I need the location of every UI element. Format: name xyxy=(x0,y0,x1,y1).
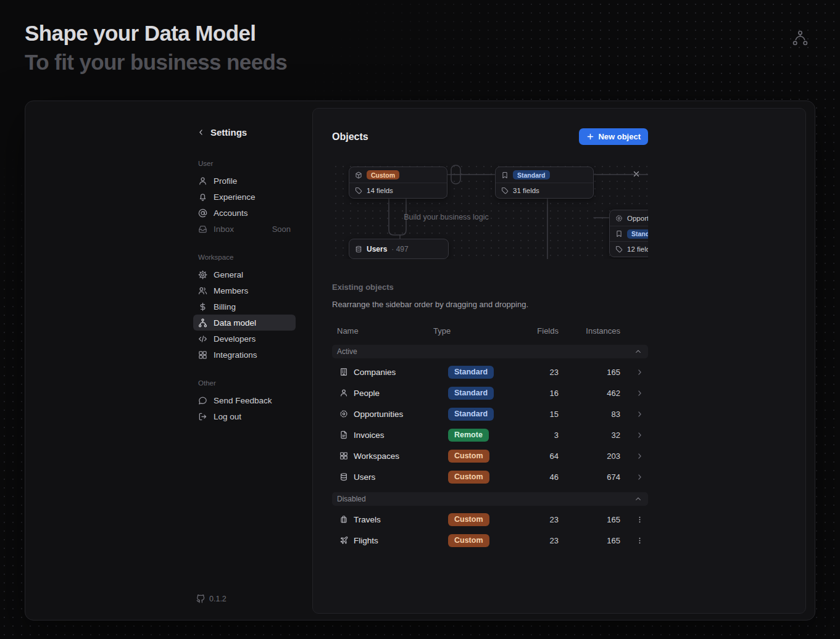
chevron-up-icon[interactable] xyxy=(634,348,642,355)
nav-section-user: User Profile Experience Accounts Inbox S… xyxy=(193,160,296,237)
canvas-node-custom[interactable]: Custom 14 fields xyxy=(349,167,447,199)
section-label-user: User xyxy=(198,160,296,167)
sidebar-item-members[interactable]: Members xyxy=(193,282,296,299)
chevron-right-icon[interactable] xyxy=(636,389,644,397)
table-row-users[interactable]: Users Custom 46 674 xyxy=(332,466,648,487)
target-icon xyxy=(615,215,623,222)
sidebar-item-profile[interactable]: Profile xyxy=(193,173,296,189)
type-badge: Custom xyxy=(448,513,489,526)
sidebar-item-label: Inbox xyxy=(214,225,234,234)
instances-count: 83 xyxy=(559,410,620,419)
objects-panel: Objects New object Custom xyxy=(312,108,806,614)
sidebar-item-general[interactable]: General xyxy=(193,266,296,282)
user-icon xyxy=(339,389,348,397)
fields-count: 23 xyxy=(517,515,559,524)
settings-window: Settings User Profile Experience Account… xyxy=(25,101,815,620)
sidebar-item-experience[interactable]: Experience xyxy=(193,189,296,205)
code-icon xyxy=(198,334,207,344)
type-badge: Standard xyxy=(448,408,494,421)
sidebar-item-accounts[interactable]: Accounts xyxy=(193,205,296,221)
object-name: Flights xyxy=(354,536,378,545)
chevron-left-icon xyxy=(197,128,205,136)
sidebar-item-developers[interactable]: Developers xyxy=(193,331,296,347)
column-fields: Fields xyxy=(517,326,559,336)
canvas-node-opportunities[interactable]: Opportunities Standard 12 fields xyxy=(609,210,648,257)
node-count: · 497 xyxy=(391,245,408,254)
sidebar-item-label: Data model xyxy=(214,318,256,328)
kebab-menu-icon[interactable] xyxy=(636,516,644,524)
node-name: Opportunities xyxy=(627,215,648,222)
chevron-up-icon[interactable] xyxy=(634,495,642,503)
table-row-opportunities[interactable]: Opportunities Standard 15 83 xyxy=(332,403,648,424)
settings-back-button[interactable]: Settings xyxy=(197,127,296,138)
chevron-right-icon[interactable] xyxy=(636,452,644,460)
sidebar-item-label: General xyxy=(214,270,243,279)
bookmark-icon xyxy=(615,230,623,237)
users-icon xyxy=(198,286,207,295)
sidebar-item-label: Profile xyxy=(214,176,237,186)
data-model-canvas[interactable]: Custom 14 fields Standard 31 fields xyxy=(332,163,648,259)
instances-count: 32 xyxy=(559,431,620,440)
object-name: Invoices xyxy=(354,431,385,440)
bell-icon xyxy=(198,192,207,202)
close-icon[interactable] xyxy=(632,170,641,178)
kebab-menu-icon[interactable] xyxy=(636,537,644,545)
fields-count: 23 xyxy=(517,368,559,377)
objects-table: Name Type Fields Instances Active Compan… xyxy=(332,321,648,551)
group-header-active[interactable]: Active xyxy=(332,345,648,358)
sidebar-item-log-out[interactable]: Log out xyxy=(193,408,296,424)
fields-count: 15 xyxy=(517,410,559,419)
type-badge: Custom xyxy=(367,170,399,179)
type-badge: Standard xyxy=(448,366,494,379)
page-header: Shape your Data Model To fit your busine… xyxy=(25,21,287,75)
table-row-companies[interactable]: Companies Standard 23 165 xyxy=(332,361,648,382)
chevron-right-icon[interactable] xyxy=(636,410,644,418)
table-row-workspaces[interactable]: Workspaces Custom 64 203 xyxy=(332,445,648,466)
settings-title: Settings xyxy=(210,127,247,138)
type-badge: Custom xyxy=(448,534,489,547)
fields-label: 31 fields xyxy=(513,187,539,194)
target-icon xyxy=(339,410,348,418)
new-object-label: New object xyxy=(598,132,641,141)
canvas-node-standard[interactable]: Standard 31 fields xyxy=(495,167,594,199)
new-object-button[interactable]: New object xyxy=(579,128,648,145)
node-header: Opportunities xyxy=(610,210,648,226)
object-name: People xyxy=(354,389,380,398)
table-row-people[interactable]: People Standard 16 462 xyxy=(332,382,648,403)
type-badge: Custom xyxy=(448,471,489,484)
sidebar-item-label: Accounts xyxy=(214,208,248,218)
fields-label: 12 fields xyxy=(627,245,648,253)
chevron-right-icon[interactable] xyxy=(636,473,644,481)
sidebar-item-integrations[interactable]: Integrations xyxy=(193,347,296,363)
table-row-flights[interactable]: Flights Custom 23 165 xyxy=(332,530,648,551)
sidebar-item-label: Billing xyxy=(214,302,236,311)
node-header: Standard xyxy=(496,167,593,183)
table-row-invoices[interactable]: Invoices Remote 3 32 xyxy=(332,424,648,445)
canvas-node-users[interactable]: Users · 497 xyxy=(349,239,449,259)
group-header-disabled[interactable]: Disabled xyxy=(332,492,648,506)
sidebar-item-label: Log out xyxy=(214,412,241,421)
group-label: Active xyxy=(337,347,357,356)
object-name: Travels xyxy=(354,515,381,524)
file-icon xyxy=(339,431,348,439)
table-row-travels[interactable]: Travels Custom 23 165 xyxy=(332,509,648,530)
dollar-icon xyxy=(198,302,207,311)
node-fields: 14 fields xyxy=(349,183,447,198)
column-instances: Instances xyxy=(559,326,620,336)
luggage-icon xyxy=(339,515,348,524)
object-name: Workspaces xyxy=(354,451,399,461)
objects-title: Objects xyxy=(332,131,368,142)
tag-icon xyxy=(501,187,509,194)
chevron-right-icon[interactable] xyxy=(636,431,644,439)
fields-count: 23 xyxy=(517,536,559,545)
app-version: 0.1.2 xyxy=(196,595,227,603)
grid-icon xyxy=(339,451,348,460)
hierarchy-icon xyxy=(198,318,207,328)
sidebar-item-billing[interactable]: Billing xyxy=(193,299,296,315)
bookmark-icon xyxy=(501,171,509,179)
chevron-right-icon[interactable] xyxy=(636,368,644,376)
page-title: Shape your Data Model xyxy=(25,21,287,46)
sidebar-item-data-model[interactable]: Data model xyxy=(193,315,296,331)
section-label-other: Other xyxy=(198,379,296,387)
sidebar-item-send-feedback[interactable]: Send Feedback xyxy=(193,392,296,408)
